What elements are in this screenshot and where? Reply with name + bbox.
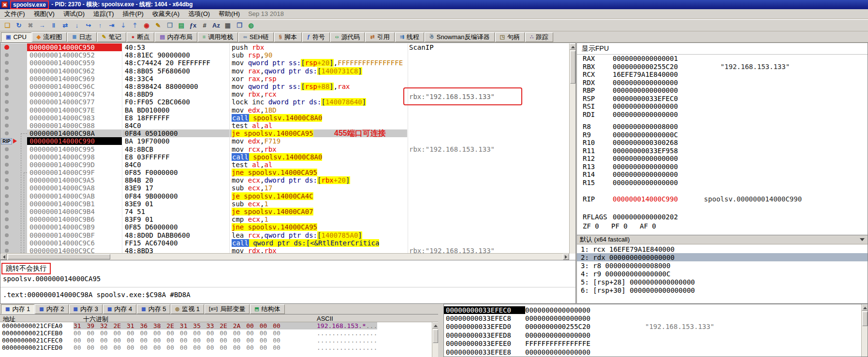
menu-item[interactable]: 帮助(H) — [214, 9, 244, 19]
breakpoint-dot[interactable] — [5, 92, 9, 96]
tab-dump-3[interactable]: ▦ 内存 3 — [69, 304, 103, 314]
stack-row[interactable]: 00000000033EFED8 0000000000000000 — [444, 331, 868, 339]
tab-trace[interactable]: ∴ 跟踪 — [525, 32, 553, 42]
disasm-row[interactable]: RIP 000000014000C99F 0F85 F0000000 jne s… — [0, 169, 569, 176]
fpu-toggle[interactable]: 显示FPU — [577, 43, 868, 55]
scroll-up-button[interactable] — [570, 43, 576, 50]
disasm-row[interactable]: RIP 000000014000C990 BA 19F70000 mov edx… — [0, 137, 569, 145]
breakpoint-gutter[interactable]: RIP — [0, 98, 27, 106]
breakpoint-dot[interactable] — [5, 100, 9, 104]
stack-row[interactable]: 00000000033EFEE8 0000000000000000 — [444, 348, 868, 356]
tab-breakpoints[interactable]: ● 断点 — [127, 32, 155, 42]
disasm-row[interactable]: RIP 000000014000C9C6 FF15 AC670400 call … — [0, 239, 569, 247]
register-row[interactable]: RCX 16EFE79A1E840000 — [577, 71, 868, 79]
disasm-row[interactable]: RIP 000000014000C983 E8 18FFFFFF call sp… — [0, 114, 569, 122]
tab-dump-4[interactable]: ▦ 内存 4 — [103, 304, 136, 314]
tab-watch-1[interactable]: ◎ 监视 1 — [171, 304, 204, 314]
disasm-row[interactable]: RIP 000000014000C97E BA BD010000 mov edx… — [0, 106, 569, 114]
tab-memory-map[interactable]: ▤ 内存布局 — [155, 32, 197, 42]
titlebar[interactable]: spoolsv.exe - PID: 2370 - 模块: spoolsv.ex… — [0, 0, 868, 9]
tab-references[interactable]: ⇄ 引用 — [365, 32, 394, 42]
breakpoint-gutter[interactable]: RIP — [0, 184, 27, 192]
breakpoint-dot[interactable] — [5, 163, 9, 167]
breakpoint-dot[interactable] — [5, 249, 9, 253]
panel-splitter[interactable] — [438, 304, 443, 357]
breakpoint-gutter[interactable]: RIP — [0, 169, 27, 176]
scroll-right-button[interactable] — [563, 254, 569, 260]
calling-convention-selector[interactable]: 默认 (x64 fastcall) — [577, 235, 868, 244]
dropdown-arrow-icon[interactable] — [860, 238, 865, 243]
dump-row[interactable]: 00000000021CFED0 00 00 00 00 00 00 00 00… — [0, 344, 432, 351]
patch-icon[interactable]: ✎ — [153, 20, 163, 30]
step-out-icon[interactable]: ↑ — [95, 20, 105, 30]
menu-item[interactable]: 收藏夹(A) — [148, 9, 184, 19]
close-icon[interactable]: ✖ — [25, 20, 36, 30]
register-row[interactable]: R12 0000000000000000 — [577, 155, 868, 163]
trace-over-icon[interactable]: ⇡ — [130, 20, 140, 30]
disasm-horizontal-scrollbar[interactable] — [0, 253, 569, 260]
scroll-up-button[interactable] — [862, 304, 868, 311]
register-row[interactable]: RFLAGS 0000000000000202 — [577, 213, 868, 221]
scroll-thumb[interactable] — [433, 329, 438, 343]
breakpoint-gutter[interactable]: RIP — [0, 59, 27, 67]
scroll-thumb[interactable] — [8, 254, 110, 259]
disasm-row[interactable]: RIP 000000014000C995 48:8BCB mov rcx,rbx… — [0, 145, 569, 153]
registers-panel[interactable]: 显示FPU RAX 0000000000000001 RBX 000000000… — [576, 43, 868, 304]
restart-admin-icon[interactable]: ⇄ — [60, 20, 71, 30]
register-row[interactable]: RDI 0000000000000000 — [577, 111, 868, 119]
breakpoint-gutter[interactable]: RIP — [0, 239, 27, 247]
disasm-row[interactable]: RIP 000000014000C9B6 83F9 01 cmp ecx,1 — [0, 215, 569, 223]
breakpoint-gutter[interactable]: RIP — [0, 153, 27, 161]
breakpoint-dot[interactable] — [5, 225, 9, 229]
breakpoint-dot[interactable] — [5, 202, 9, 206]
disasm-row[interactable]: RIP 000000014000C9CC 48:8BD3 mov rdx,rbx… — [0, 247, 569, 253]
tab-symbols[interactable]: ƒ 符号 — [302, 32, 330, 42]
tab-dump-1[interactable]: ▦ 内存 1 — [1, 304, 34, 314]
fx-icon[interactable]: ƒx — [188, 20, 198, 30]
dump-panel[interactable]: ▦ 内存 1 ▦ 内存 2 ▦ 内存 3 ▦ 内存 4 ▦ 内存 5 — [0, 304, 438, 357]
register-row[interactable]: R15 0000000000000000 — [577, 179, 868, 187]
argument-row[interactable]: 6: [rsp+30] 0000000000000000 — [577, 286, 868, 294]
stack-vertical-scrollbar[interactable] — [861, 304, 868, 357]
disasm-row[interactable]: RIP 000000014000C962 48:8B05 5F680600 mo… — [0, 67, 569, 75]
tab-notes[interactable]: ✎ 笔记 — [97, 32, 126, 42]
dump-vertical-scrollbar[interactable] — [432, 322, 438, 357]
settings-icon[interactable]: ◍ — [246, 20, 256, 30]
stack-row[interactable]: 00000000033EFED0 0000000000255C20 "192.1… — [444, 323, 868, 331]
breakpoint-dot[interactable] — [5, 217, 9, 221]
register-row[interactable]: RSI 0000000000000000 — [577, 102, 868, 111]
register-row[interactable]: RAX 0000000000000001 — [577, 55, 868, 63]
tab-snowman[interactable]: ☃ Snowman反编译器 — [425, 32, 495, 42]
restart-icon[interactable]: ↻ — [14, 20, 24, 30]
argument-row[interactable]: 2: rdx 0000000000000000 — [577, 253, 868, 261]
stack-row[interactable]: 00000000033EFEE0 FFFFFFFFFFFFFFFE — [444, 340, 868, 348]
breakpoint-gutter[interactable]: RIP — [0, 192, 27, 200]
font-icon[interactable]: Az — [211, 20, 221, 30]
run-to-cursor-icon[interactable]: ⇥ — [106, 20, 117, 30]
breakpoint-gutter[interactable]: RIP — [0, 176, 27, 184]
tab-cpu[interactable]: ▣ CPU — [1, 32, 31, 42]
disasm-row[interactable]: RIP 000000014000C998 E8 03FFFFFF call sp… — [0, 153, 569, 161]
breakpoint-dot[interactable] — [5, 116, 9, 120]
tab-threads[interactable]: ⇉ 线程 — [395, 32, 424, 42]
tab-script[interactable]: § 脚本 — [274, 32, 302, 42]
register-row[interactable]: RSP 00000000033EFEC0 — [577, 95, 868, 103]
tab-handles[interactable]: ◳ 句柄 — [495, 32, 525, 42]
scroll-left-button[interactable] — [0, 254, 7, 260]
tab-log[interactable]: ≣ 日志 — [67, 32, 96, 42]
tab-dump-5[interactable]: ▦ 内存 5 — [137, 304, 170, 314]
hash-icon[interactable]: # — [199, 20, 210, 30]
breakpoint-dot[interactable] — [5, 194, 9, 198]
breakpoint-gutter[interactable]: RIP — [0, 122, 27, 129]
disasm-row[interactable]: RIP 000000014000C988 84C0 test al,al — [0, 122, 569, 129]
breakpoint-dot[interactable] — [5, 131, 9, 135]
breakpoint-gutter[interactable]: RIP — [0, 223, 27, 231]
step-over-icon[interactable]: ↪ — [83, 20, 94, 30]
disasm-row[interactable]: RIP 000000014000C9AB 0F84 9B000000 je sp… — [0, 192, 569, 200]
open-file-icon[interactable]: ❏ — [2, 20, 13, 30]
breakpoint-gutter[interactable]: RIP — [0, 90, 27, 98]
disasm-row[interactable]: RIP 000000014000C9BF 48:8D0D DABB0600 le… — [0, 231, 569, 239]
breakpoint-dot[interactable] — [5, 69, 9, 73]
tab-struct[interactable]: ⬒ 结构体 — [250, 304, 284, 314]
register-row[interactable]: RDX 0000000000000000 — [577, 79, 868, 87]
